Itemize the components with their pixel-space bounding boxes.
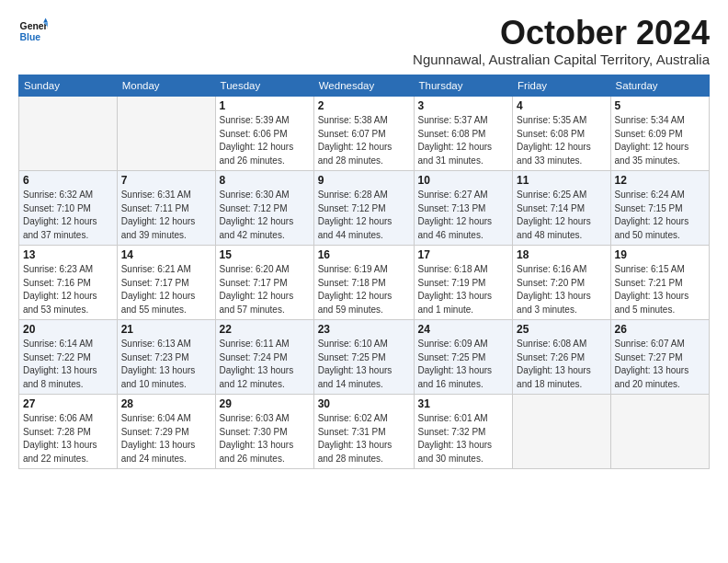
day-number: 21 — [121, 323, 211, 336]
day-info: Sunrise: 5:34 AM Sunset: 6:09 PM Dayligh… — [615, 114, 705, 167]
day-number: 14 — [121, 248, 211, 261]
calendar-cell: 10Sunrise: 6:27 AM Sunset: 7:13 PM Dayli… — [414, 171, 513, 246]
day-number: 6 — [23, 174, 113, 187]
day-number: 4 — [517, 99, 606, 112]
calendar-cell: 14Sunrise: 6:21 AM Sunset: 7:17 PM Dayli… — [117, 246, 215, 320]
calendar-week-row: 13Sunrise: 6:23 AM Sunset: 7:16 PM Dayli… — [19, 246, 710, 320]
day-number: 18 — [517, 248, 606, 261]
day-info: Sunrise: 6:10 AM Sunset: 7:25 PM Dayligh… — [318, 338, 410, 391]
col-wednesday: Wednesday — [313, 75, 414, 97]
col-sunday: Sunday — [19, 75, 118, 97]
calendar-cell: 3Sunrise: 5:37 AM Sunset: 6:08 PM Daylig… — [414, 97, 513, 171]
day-info: Sunrise: 6:14 AM Sunset: 7:22 PM Dayligh… — [23, 338, 113, 391]
calendar-cell: 4Sunrise: 5:35 AM Sunset: 6:08 PM Daylig… — [513, 97, 610, 171]
day-number: 9 — [318, 174, 410, 187]
day-number: 29 — [220, 397, 310, 410]
day-number: 2 — [318, 99, 410, 112]
calendar-cell: 30Sunrise: 6:02 AM Sunset: 7:31 PM Dayli… — [313, 395, 414, 469]
day-info: Sunrise: 5:39 AM Sunset: 6:06 PM Dayligh… — [220, 114, 310, 167]
day-info: Sunrise: 6:13 AM Sunset: 7:23 PM Dayligh… — [121, 338, 211, 391]
svg-marker-2 — [43, 18, 48, 23]
calendar-cell: 1Sunrise: 5:39 AM Sunset: 6:06 PM Daylig… — [215, 97, 313, 171]
day-number: 12 — [615, 174, 705, 187]
calendar-cell — [610, 395, 709, 469]
calendar-cell: 5Sunrise: 5:34 AM Sunset: 6:09 PM Daylig… — [610, 97, 709, 171]
day-info: Sunrise: 5:35 AM Sunset: 6:08 PM Dayligh… — [517, 114, 606, 167]
day-number: 23 — [318, 323, 410, 336]
col-tuesday: Tuesday — [215, 75, 313, 97]
calendar-cell: 29Sunrise: 6:03 AM Sunset: 7:30 PM Dayli… — [215, 395, 313, 469]
day-info: Sunrise: 6:20 AM Sunset: 7:17 PM Dayligh… — [220, 263, 310, 316]
calendar-cell — [513, 395, 610, 469]
calendar-cell: 7Sunrise: 6:31 AM Sunset: 7:11 PM Daylig… — [117, 171, 215, 246]
day-number: 16 — [318, 248, 410, 261]
logo-icon: General Blue — [18, 17, 48, 46]
day-info: Sunrise: 6:28 AM Sunset: 7:12 PM Dayligh… — [318, 189, 410, 242]
day-info: Sunrise: 6:07 AM Sunset: 7:27 PM Dayligh… — [615, 338, 705, 391]
calendar-cell: 2Sunrise: 5:38 AM Sunset: 6:07 PM Daylig… — [313, 97, 414, 171]
day-info: Sunrise: 6:01 AM Sunset: 7:32 PM Dayligh… — [418, 412, 509, 465]
calendar-cell: 17Sunrise: 6:18 AM Sunset: 7:19 PM Dayli… — [414, 246, 513, 320]
calendar-week-row: 1Sunrise: 5:39 AM Sunset: 6:06 PM Daylig… — [19, 97, 710, 171]
day-number: 11 — [517, 174, 606, 187]
day-info: Sunrise: 6:11 AM Sunset: 7:24 PM Dayligh… — [220, 338, 310, 391]
calendar-cell: 23Sunrise: 6:10 AM Sunset: 7:25 PM Dayli… — [313, 320, 414, 395]
day-number: 8 — [220, 174, 310, 187]
calendar-cell: 19Sunrise: 6:15 AM Sunset: 7:21 PM Dayli… — [610, 246, 709, 320]
calendar-cell: 26Sunrise: 6:07 AM Sunset: 7:27 PM Dayli… — [610, 320, 709, 395]
location-subtitle: Ngunnawal, Australian Capital Territory,… — [413, 52, 710, 67]
calendar-cell: 12Sunrise: 6:24 AM Sunset: 7:15 PM Dayli… — [610, 171, 709, 246]
calendar-cell: 6Sunrise: 6:32 AM Sunset: 7:10 PM Daylig… — [19, 171, 118, 246]
day-info: Sunrise: 6:32 AM Sunset: 7:10 PM Dayligh… — [23, 189, 113, 242]
day-number: 10 — [418, 174, 509, 187]
day-info: Sunrise: 6:04 AM Sunset: 7:29 PM Dayligh… — [121, 412, 211, 465]
svg-text:Blue: Blue — [20, 32, 41, 42]
day-info: Sunrise: 6:23 AM Sunset: 7:16 PM Dayligh… — [23, 263, 113, 316]
day-info: Sunrise: 6:24 AM Sunset: 7:15 PM Dayligh… — [615, 189, 705, 242]
calendar-cell: 20Sunrise: 6:14 AM Sunset: 7:22 PM Dayli… — [19, 320, 118, 395]
day-number: 22 — [220, 323, 310, 336]
calendar-cell: 22Sunrise: 6:11 AM Sunset: 7:24 PM Dayli… — [215, 320, 313, 395]
day-number: 5 — [615, 99, 705, 112]
day-info: Sunrise: 6:08 AM Sunset: 7:26 PM Dayligh… — [517, 338, 606, 391]
day-info: Sunrise: 6:03 AM Sunset: 7:30 PM Dayligh… — [220, 412, 310, 465]
day-number: 24 — [418, 323, 509, 336]
day-info: Sunrise: 6:27 AM Sunset: 7:13 PM Dayligh… — [418, 189, 509, 242]
day-number: 30 — [318, 397, 410, 410]
day-number: 15 — [220, 248, 310, 261]
calendar-week-row: 27Sunrise: 6:06 AM Sunset: 7:28 PM Dayli… — [19, 395, 710, 469]
day-info: Sunrise: 6:30 AM Sunset: 7:12 PM Dayligh… — [220, 189, 310, 242]
day-info: Sunrise: 5:38 AM Sunset: 6:07 PM Dayligh… — [318, 114, 410, 167]
day-number: 3 — [418, 99, 509, 112]
day-info: Sunrise: 6:21 AM Sunset: 7:17 PM Dayligh… — [121, 263, 211, 316]
header-row: Sunday Monday Tuesday Wednesday Thursday… — [19, 75, 710, 97]
calendar-cell: 15Sunrise: 6:20 AM Sunset: 7:17 PM Dayli… — [215, 246, 313, 320]
calendar-cell: 27Sunrise: 6:06 AM Sunset: 7:28 PM Dayli… — [19, 395, 118, 469]
day-number: 20 — [23, 323, 113, 336]
page: General Blue October 2024 Ngunnawal, Aus… — [0, 0, 728, 478]
calendar-cell — [19, 97, 118, 171]
calendar-cell: 9Sunrise: 6:28 AM Sunset: 7:12 PM Daylig… — [313, 171, 414, 246]
day-number: 28 — [121, 397, 211, 410]
calendar-week-row: 6Sunrise: 6:32 AM Sunset: 7:10 PM Daylig… — [19, 171, 710, 246]
day-number: 27 — [23, 397, 113, 410]
day-number: 26 — [615, 323, 705, 336]
day-info: Sunrise: 6:18 AM Sunset: 7:19 PM Dayligh… — [418, 263, 509, 316]
day-number: 17 — [418, 248, 509, 261]
calendar-cell — [117, 97, 215, 171]
calendar-cell: 18Sunrise: 6:16 AM Sunset: 7:20 PM Dayli… — [513, 246, 610, 320]
day-number: 25 — [517, 323, 606, 336]
day-info: Sunrise: 6:15 AM Sunset: 7:21 PM Dayligh… — [615, 263, 705, 316]
calendar-week-row: 20Sunrise: 6:14 AM Sunset: 7:22 PM Dayli… — [19, 320, 710, 395]
calendar-cell: 16Sunrise: 6:19 AM Sunset: 7:18 PM Dayli… — [313, 246, 414, 320]
col-saturday: Saturday — [610, 75, 709, 97]
day-info: Sunrise: 6:06 AM Sunset: 7:28 PM Dayligh… — [23, 412, 113, 465]
day-info: Sunrise: 6:02 AM Sunset: 7:31 PM Dayligh… — [318, 412, 410, 465]
header: General Blue October 2024 Ngunnawal, Aus… — [18, 17, 710, 67]
calendar-cell: 11Sunrise: 6:25 AM Sunset: 7:14 PM Dayli… — [513, 171, 610, 246]
day-number: 13 — [23, 248, 113, 261]
day-info: Sunrise: 6:16 AM Sunset: 7:20 PM Dayligh… — [517, 263, 606, 316]
logo: General Blue — [18, 17, 48, 46]
day-info: Sunrise: 6:19 AM Sunset: 7:18 PM Dayligh… — [318, 263, 410, 316]
calendar-cell: 31Sunrise: 6:01 AM Sunset: 7:32 PM Dayli… — [414, 395, 513, 469]
